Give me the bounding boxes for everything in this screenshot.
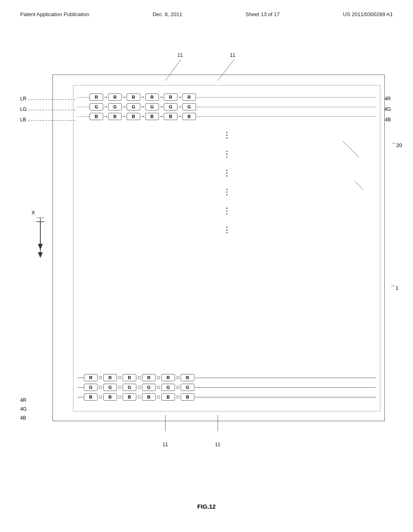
cell-R-bot: R <box>103 374 117 381</box>
label-20: ⌒20 <box>391 142 402 149</box>
cell-B-bot: B <box>181 393 194 401</box>
page-header: Patent Application Publication Dec. 8, 2… <box>20 11 393 17</box>
row-LB: B ⊸ B ⊸ B ⊸ B ⊸ B ⊸ B <box>77 113 376 120</box>
cell-G: G <box>164 103 177 110</box>
outer-rect: ⌒1 ⌒20 R ⊸ R ⊸ R ⊸ <box>52 75 385 421</box>
label-4B-bot-left: 4B <box>20 415 26 421</box>
cell-G: G <box>108 103 122 110</box>
cell-B: B <box>127 113 140 120</box>
cell-B: B <box>90 113 103 120</box>
cell-G-bot: G <box>123 384 136 391</box>
label-X: X <box>31 210 35 216</box>
label-4G-bot-left: 4G <box>20 406 27 412</box>
row-4R-bot: R R R R R R <box>77 374 376 381</box>
svg-marker-13 <box>38 244 43 250</box>
dots-section <box>73 132 380 233</box>
header-center: Dec. 8, 2011 <box>152 11 182 17</box>
cell-R: R <box>108 94 122 101</box>
cell-G: G <box>182 103 196 110</box>
arrow-x-svg <box>34 218 46 254</box>
ref-11a-label: 11 <box>177 52 183 58</box>
cell-R-bot: R <box>181 374 194 381</box>
ref-11b-label: 11 <box>230 52 235 58</box>
cell-B-bot: B <box>161 393 175 401</box>
cell-R: R <box>145 94 159 101</box>
cell-R: R <box>90 94 103 101</box>
row-LG: G ⊸ G ⊸ G ⊸ G ⊸ G ⊸ G <box>77 103 376 110</box>
cell-B-bot: B <box>103 393 117 401</box>
label-4R-top: 4R <box>385 96 391 102</box>
label-4R-bot-left: 4R <box>20 397 26 403</box>
inner-rect: ⌒20 R ⊸ R ⊸ R ⊸ R ⊸ <box>73 85 380 411</box>
figure-caption: FIG.12 <box>0 503 413 510</box>
row-4G-bot: G G G G G G <box>77 384 376 391</box>
cell-R: R <box>182 94 196 101</box>
header-left: Patent Application Publication <box>20 11 89 17</box>
cell-B-bot: B <box>123 393 136 401</box>
cell-R: R <box>164 94 177 101</box>
cell-R-bot: R <box>161 374 175 381</box>
cell-G: G <box>145 103 159 110</box>
label-LR: LR <box>20 96 26 102</box>
cell-B: B <box>108 113 122 120</box>
cell-B: B <box>182 113 196 120</box>
cell-G-bot: G <box>161 384 175 391</box>
label-1: ⌒1 <box>390 285 398 292</box>
cell-G-bot: G <box>181 384 194 391</box>
header-sheet: Sheet 13 of 17 <box>246 11 280 17</box>
cell-R-bot: R <box>123 374 136 381</box>
cell-G: G <box>90 103 103 110</box>
cell-G-bot: G <box>142 384 156 391</box>
cell-R: R <box>127 94 140 101</box>
row-4B-bot: B B B B B B <box>77 393 376 401</box>
header-patent: US 2011/0300289 A1 <box>343 11 393 17</box>
label-LG: LG <box>20 106 27 112</box>
cell-G-bot: G <box>103 384 117 391</box>
cell-B: B <box>145 113 159 120</box>
cell-G-bot: G <box>84 384 98 391</box>
cell-B-bot: B <box>84 393 98 401</box>
cell-R-bot: R <box>84 374 98 381</box>
cell-B: B <box>164 113 177 120</box>
label-4B-top: 4B <box>385 117 391 123</box>
cell-B-bot: B <box>142 393 156 401</box>
cell-R-bot: R <box>142 374 156 381</box>
ref-11d-label: 11 <box>215 442 220 447</box>
row-LR: R ⊸ R ⊸ R ⊸ R ⊸ R ⊸ R <box>77 94 376 101</box>
label-LB: LB <box>20 117 26 123</box>
label-4G-top: 4G <box>384 106 391 112</box>
ref-11c-label: 11 <box>163 442 168 447</box>
cell-G: G <box>127 103 140 110</box>
